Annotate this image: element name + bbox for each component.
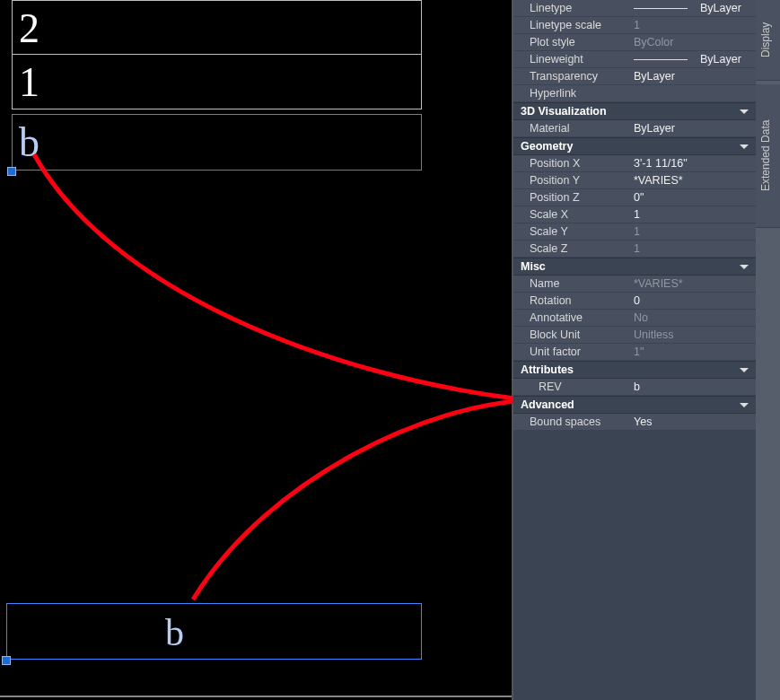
section-title: Misc (521, 260, 546, 273)
linetype-swatch-icon (634, 8, 688, 9)
annotation-curve (34, 154, 513, 400)
prop-label: Plot style (513, 36, 630, 48)
prop-row-scale-y[interactable]: Scale Y 1 (513, 223, 756, 241)
cell-text: b (19, 118, 39, 166)
selection-grip-icon[interactable] (7, 167, 16, 176)
prop-label: Bound spaces (513, 416, 630, 428)
section-header-advanced[interactable]: Advanced (513, 396, 756, 414)
prop-label: Transparency (513, 70, 630, 83)
side-tab-bar: Display Extended Data (756, 0, 780, 700)
section-title: 3D Visualization (521, 105, 607, 118)
prop-row-bound-spaces[interactable]: Bound spaces Yes (513, 414, 756, 431)
prop-value[interactable]: ByLayer (630, 53, 756, 66)
prop-value[interactable]: Yes (630, 416, 756, 428)
prop-label: Rotation (513, 294, 630, 307)
prop-label: Scale Y (513, 225, 630, 238)
prop-row-position-y[interactable]: Position Y *VARIES* (513, 172, 756, 189)
prop-label: Scale Z (513, 242, 630, 255)
prop-label: Name (513, 277, 630, 290)
prop-value[interactable]: *VARIES* (630, 277, 756, 290)
prop-row-position-z[interactable]: Position Z 0" (513, 189, 756, 206)
prop-row-rev[interactable]: REV b (513, 379, 756, 396)
section-header-misc[interactable]: Misc (513, 258, 756, 276)
prop-row-plot-style[interactable]: Plot style ByColor (513, 34, 756, 51)
chevron-down-icon (740, 368, 749, 372)
prop-value[interactable]: No (630, 311, 756, 324)
prop-row-linetype-scale[interactable]: Linetype scale 1 (513, 17, 756, 34)
prop-label: Block Unit (513, 328, 630, 341)
section-title: Geometry (521, 140, 573, 153)
prop-value[interactable]: b (630, 381, 756, 393)
prop-row-scale-z[interactable]: Scale Z 1 (513, 241, 756, 258)
prop-row-lineweight[interactable]: Lineweight ByLayer (513, 51, 756, 68)
chevron-down-icon (740, 109, 749, 114)
chevron-down-icon (740, 265, 749, 269)
section-title: Advanced (521, 398, 574, 411)
prop-value[interactable]: 1 (630, 208, 756, 221)
prop-row-name[interactable]: Name *VARIES* (513, 276, 756, 293)
prop-value[interactable]: *VARIES* (630, 174, 756, 187)
prop-label: REV (513, 381, 630, 393)
prop-label: Scale X (513, 208, 630, 221)
prop-value[interactable]: ByLayer (630, 2, 756, 14)
prop-label: Position X (513, 157, 630, 170)
prop-row-linetype[interactable]: Linetype ByLayer (513, 0, 756, 17)
block-rev-selected[interactable]: b (6, 603, 422, 660)
prop-label: Annotative (513, 311, 630, 324)
chevron-down-icon (740, 403, 749, 407)
table-cell-1[interactable]: 2 (12, 0, 422, 55)
prop-label: Material (513, 122, 630, 135)
prop-value[interactable]: ByLayer (630, 122, 756, 135)
selection-grip-icon[interactable] (2, 656, 11, 665)
prop-label: Linetype (513, 2, 630, 14)
prop-row-transparency[interactable]: Transparency ByLayer (513, 68, 756, 85)
cell-text: b (165, 611, 184, 654)
cell-text: 2 (19, 4, 39, 52)
app-root: 2 1 b b Linetype ByLayer Linetype scale … (0, 0, 780, 700)
prop-value[interactable]: 1 (630, 19, 756, 31)
cell-text: 1 (19, 58, 39, 106)
drawing-canvas[interactable]: 2 1 b b (0, 0, 513, 700)
prop-label: Position Z (513, 191, 630, 204)
prop-value[interactable]: 3'-1 11/16" (630, 157, 756, 170)
prop-value[interactable]: 1" (630, 346, 756, 358)
section-header-attributes[interactable]: Attributes (513, 361, 756, 379)
annotation-curve (193, 400, 513, 599)
section-header-3d-visualization[interactable]: 3D Visualization (513, 102, 756, 120)
table-cell-3-selected[interactable]: b (12, 114, 422, 171)
prop-value[interactable]: Unitless (630, 328, 756, 341)
prop-row-scale-x[interactable]: Scale X 1 (513, 206, 756, 223)
section-title: Attributes (521, 363, 574, 376)
lineweight-swatch-icon (634, 59, 688, 60)
prop-row-position-x[interactable]: Position X 3'-1 11/16" (513, 155, 756, 172)
side-tab-display[interactable]: Display (756, 0, 780, 81)
prop-row-material[interactable]: Material ByLayer (513, 120, 756, 137)
prop-row-unit-factor[interactable]: Unit factor 1" (513, 344, 756, 361)
prop-row-block-unit[interactable]: Block Unit Unitless (513, 327, 756, 344)
prop-label: Linetype scale (513, 19, 630, 31)
prop-row-hyperlink[interactable]: Hyperlink (513, 85, 756, 102)
table-cell-2[interactable]: 1 (12, 55, 422, 109)
section-header-geometry[interactable]: Geometry (513, 137, 756, 155)
prop-value[interactable]: ByLayer (630, 70, 756, 83)
prop-value[interactable]: 0" (630, 191, 756, 204)
prop-row-rotation[interactable]: Rotation 0 (513, 293, 756, 310)
prop-value[interactable]: 1 (630, 242, 756, 255)
prop-value[interactable]: ByColor (630, 36, 756, 48)
prop-label: Position Y (513, 174, 630, 187)
prop-label: Hyperlink (513, 87, 630, 100)
side-tab-extended-data[interactable]: Extended Data (756, 84, 780, 228)
prop-value[interactable]: 1 (630, 225, 756, 238)
canvas-border (0, 696, 512, 697)
prop-value[interactable]: 0 (630, 294, 756, 307)
chevron-down-icon (740, 144, 749, 149)
prop-label: Unit factor (513, 346, 630, 358)
properties-panel: Linetype ByLayer Linetype scale 1 Plot s… (513, 0, 756, 700)
prop-row-annotative[interactable]: Annotative No (513, 310, 756, 327)
prop-label: Lineweight (513, 53, 630, 66)
